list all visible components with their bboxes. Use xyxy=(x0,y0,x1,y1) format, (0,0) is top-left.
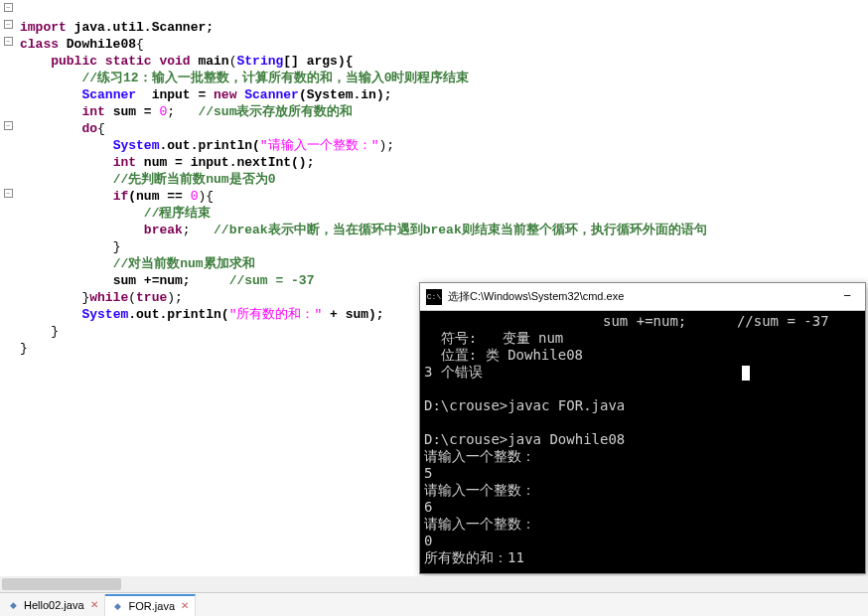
kw-public: public static void xyxy=(51,54,190,69)
comment: //先判断当前数num是否为0 xyxy=(113,172,276,187)
cmd-line: sum +=num; xyxy=(603,313,686,329)
cmd-window[interactable]: C:\ 选择C:\Windows\System32\cmd.exe − sum … xyxy=(419,282,866,574)
close-icon[interactable]: ✕ xyxy=(179,600,189,611)
cmd-line: 6 xyxy=(424,499,432,515)
fold-icon[interactable]: − xyxy=(4,121,13,130)
horizontal-scrollbar[interactable] xyxy=(0,576,868,592)
comment: //break表示中断，当在循环中遇到break则结束当前整个循环，执行循环外面… xyxy=(214,223,707,237)
tab-for[interactable]: ◆ FOR.java ✕ xyxy=(105,594,196,616)
fold-gutter: − − − − − xyxy=(0,0,20,576)
type-string: String xyxy=(236,54,283,69)
cmd-line: 0 xyxy=(424,533,432,548)
cmd-line: 符号: 变量 num xyxy=(424,330,563,346)
comment: //练习12：输入一批整数，计算所有数的和，当输入0时则程序结束 xyxy=(81,71,469,85)
java-file-icon: ◆ xyxy=(6,598,20,612)
comment: //程序结束 xyxy=(144,206,212,221)
minimize-icon[interactable]: − xyxy=(835,289,859,304)
cmd-line: 3 个错误 xyxy=(424,364,483,380)
cmd-line: 所有数的和：11 xyxy=(424,549,524,565)
tab-label: FOR.java xyxy=(129,600,175,612)
close-icon[interactable]: ✕ xyxy=(88,599,98,610)
cmd-output[interactable]: sum +=num; //sum = -37 符号: 变量 num 位置: 类 … xyxy=(420,311,865,602)
cmd-line: //sum = -37 xyxy=(737,313,829,329)
string-literal: "所有数的和：" xyxy=(229,307,323,322)
tab-label: Hello02.java xyxy=(24,599,84,611)
scrollbar-thumb[interactable] xyxy=(2,578,121,590)
cmd-titlebar[interactable]: C:\ 选择C:\Windows\System32\cmd.exe − xyxy=(420,283,865,311)
cmd-line: D:\crouse>java Dowhile08 xyxy=(424,431,625,447)
cmd-cursor xyxy=(742,366,750,381)
cmd-line: D:\crouse>javac FOR.java xyxy=(424,397,625,413)
cmd-line: 位置: 类 Dowhile08 xyxy=(424,347,583,363)
cmd-line: 请输入一个整数： xyxy=(424,448,535,464)
cmd-icon: C:\ xyxy=(426,289,442,305)
cmd-line: 5 xyxy=(424,465,432,481)
string-literal: "请输入一个整数：" xyxy=(260,138,379,153)
kw-import: import xyxy=(20,20,67,35)
fold-icon[interactable]: − xyxy=(4,189,13,198)
comment: //sum表示存放所有数的和 xyxy=(198,104,353,119)
cmd-line: 请输入一个整数： xyxy=(424,482,535,498)
kw-class: class xyxy=(20,37,59,52)
comment: //对当前数num累加求和 xyxy=(113,256,255,271)
tab-bar: ◆ Hello02.java ✕ ◆ FOR.java ✕ xyxy=(0,592,868,616)
type-scanner: Scanner xyxy=(81,87,136,102)
cmd-title-text: 选择C:\Windows\System32\cmd.exe xyxy=(448,289,835,304)
java-file-icon: ◆ xyxy=(111,599,125,613)
fold-icon[interactable]: − xyxy=(4,3,13,12)
class-name: Dowhile08 xyxy=(59,37,136,52)
tab-hello02[interactable]: ◆ Hello02.java ✕ xyxy=(0,594,105,616)
cmd-line: 请输入一个整数： xyxy=(424,516,535,532)
fold-icon[interactable]: − xyxy=(4,20,13,29)
pkg: java.util.Scanner; xyxy=(67,20,214,35)
fold-icon[interactable]: − xyxy=(4,37,13,46)
comment: //sum = -37 xyxy=(229,273,315,288)
